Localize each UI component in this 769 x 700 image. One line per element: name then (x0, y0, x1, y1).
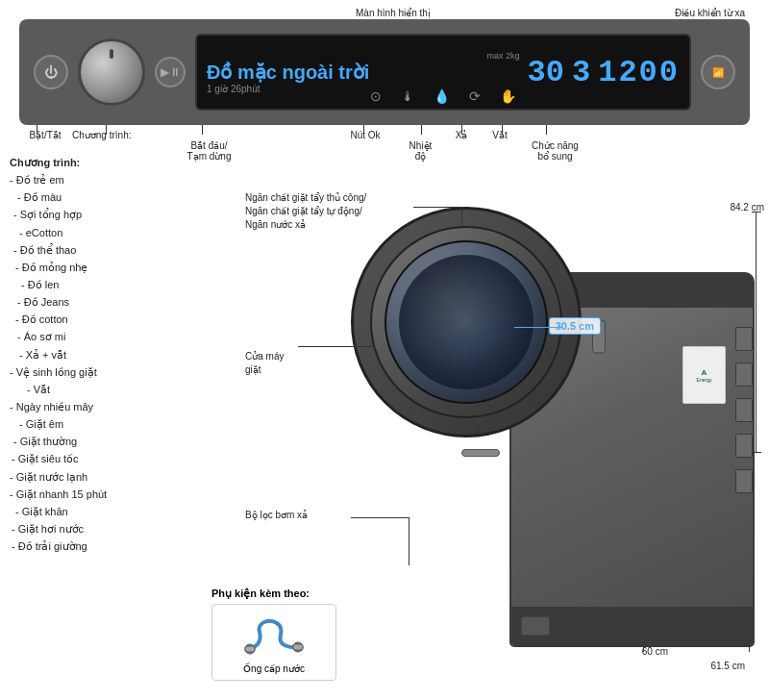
list-item: - Giặt khăn (10, 503, 202, 520)
program-label: Chương trình: (72, 130, 168, 140)
program-list-title: Chương trình: (10, 154, 202, 171)
list-item: - Áo sơ mi (10, 328, 202, 345)
temp-indicator: 🌡 (401, 88, 414, 104)
list-item: - Đồ cotton (10, 311, 202, 328)
program-list: Chương trình: - Đồ trẻ em - Đồ màu - Sợi… (10, 154, 202, 555)
hose-icon (240, 611, 308, 659)
pump-annotation: Bộ lọc bơm xả (245, 510, 308, 520)
display-screen: max 2kg Đồ mặc ngoài trời 1 giờ 26phút 3… (195, 34, 691, 111)
remote-button[interactable]: 📶 (701, 55, 735, 89)
temp-display: 30 (528, 55, 564, 90)
list-item: - Đồ trẻ em (10, 171, 202, 188)
rinse-indicator: 💧 (434, 88, 450, 104)
depth-dimension: 61.5 cm (710, 661, 745, 671)
list-item: - Sợi tổng hợp (10, 206, 202, 223)
svg-rect-3 (293, 644, 303, 650)
list-item: - Vệ sinh lồng giặt (10, 363, 202, 381)
list-item: - Đồ Jeans (10, 293, 202, 311)
accessory-section: Phụ kiện kèm theo: Ống cấp nước (211, 588, 336, 681)
list-item: - Đồ len (10, 276, 202, 293)
accessory-title: Phụ kiện kèm theo: (211, 588, 336, 600)
list-item: - Đồ màu (10, 188, 202, 206)
program-dial[interactable] (78, 38, 145, 106)
func-indicator: ✋ (500, 88, 516, 104)
door-annotation: Cửa máy giặt (245, 337, 284, 377)
list-item: - Xả + vắt (10, 346, 202, 363)
power-button[interactable]: ⏻ (34, 55, 68, 89)
list-item: - Giặt êm (10, 415, 202, 433)
list-item: - Giặt nước lạnh (10, 468, 202, 486)
remote-label-annotation: Điều khiển từ xa (675, 8, 745, 18)
list-item: - Giặt hơi nước (10, 520, 202, 538)
power-label: Bật/Tắt (21, 130, 69, 140)
machine-door-assembly (351, 207, 610, 466)
accessory-item-label: Ống cấp nước (218, 663, 330, 674)
diameter-annotation: 30.5 cm (549, 317, 601, 335)
list-item: - Giặt siêu tốc (10, 450, 202, 467)
list-item: - Giặt nhanh 15 phút (10, 486, 202, 503)
control-panel: ⏻ ▶⏸ max 2kg Đồ mặc ngoài trời 1 giờ 26p… (19, 19, 750, 125)
play-pause-button[interactable]: ▶⏸ (155, 57, 186, 88)
list-item: - Đồ thể thao (10, 241, 202, 259)
ok-label: Nút Ok (346, 130, 384, 140)
list-item: - Vắt (10, 381, 202, 398)
spin-label: Vắt (490, 130, 509, 140)
list-item: - Ngày nhiều mây (10, 398, 202, 415)
width-dimension: 60 cm (642, 646, 668, 657)
list-item: - Đồ trải giường (10, 538, 202, 555)
screen-label-annotation: Màn hình hiển thị (356, 8, 431, 18)
spin-indicator: ⟳ (469, 88, 481, 104)
list-item: - eCotton (10, 224, 202, 241)
add-func-label: Chức năng bổ sung (529, 130, 582, 162)
drawer-annotation: Ngăn chất giặt tẩy thủ công/ Ngăn chất g… (245, 178, 366, 232)
energy-sticker: A Energy (682, 346, 726, 404)
list-item: - Giặt thường (10, 433, 202, 450)
spin-display: 3 (572, 55, 590, 90)
ok-indicator: ⊙ (370, 88, 382, 104)
rpm-display: 1200 (598, 55, 680, 90)
list-item: - Đồ mỏng nhẹ (10, 259, 202, 276)
svg-rect-2 (245, 646, 255, 652)
